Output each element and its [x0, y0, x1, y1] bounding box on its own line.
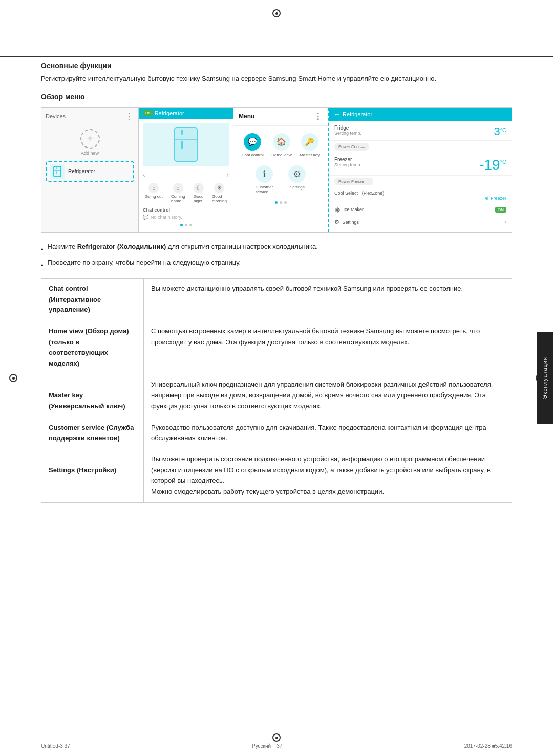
bullet-text-2: Проведите по экрану, чтобы перейти на сл…: [48, 258, 241, 268]
table-row-masterkey: Master key(Универсальный ключ) Универсал…: [41, 374, 512, 417]
panel-fridge-settings: ← Refrigerator Fridge Setting temp. 3°C …: [328, 108, 512, 232]
add-new-label: Add new: [81, 151, 99, 156]
feature-desc-chat: Вы можете дистанционно управлять своей б…: [144, 278, 512, 321]
mode-coming-home[interactable]: ⌂ Cominghome: [171, 183, 185, 203]
ice-maker-label: Ice Maker: [334, 207, 364, 213]
svg-rect-0: [54, 166, 61, 177]
menu-dot-3: [284, 201, 287, 204]
fridge-sublabel: Setting temp.: [334, 131, 361, 136]
arrow-left[interactable]: ‹: [143, 171, 145, 179]
fridge-detail-header: On Refrigerator: [139, 108, 233, 119]
table-row-homeview: Home view (Обзор дома)(только в соответс…: [41, 321, 512, 374]
coming-home-label: Cominghome: [171, 194, 185, 203]
menu-dot-2: [280, 201, 282, 204]
fridge-label: Fridge: [334, 125, 361, 131]
power-freeze-button[interactable]: Power Freeze —: [334, 178, 373, 185]
menu-customer-service[interactable]: ℹ Customerservice: [256, 165, 273, 194]
going-out-label: Going out: [145, 194, 163, 199]
bottom-divider: [0, 731, 553, 731]
svg-rect-7: [181, 141, 183, 149]
on-badge: On: [143, 110, 153, 116]
menu-top-icons: 💬 Chat control 🏠 Home view 🔑 Master key: [233, 126, 328, 161]
chat-control-label: Chat control: [139, 205, 233, 214]
master-key-label: Master key: [300, 153, 320, 157]
master-key-icon: 🔑: [301, 133, 318, 151]
coming-home-icon: ⌂: [173, 183, 183, 193]
devices-panel-header: Devices ⋮: [46, 112, 134, 121]
page-number: 37: [276, 743, 282, 749]
menu-panel-header: Menu ⋮: [233, 108, 328, 126]
fridge-temp-left: Fridge Setting temp.: [334, 125, 361, 136]
file-info: Untitled-3 37: [41, 743, 70, 749]
bullet-item-1: • Нажмите Refrigerator (Холодильник) для…: [41, 242, 512, 255]
menu-dots[interactable]: ⋮: [314, 112, 323, 121]
freezer-sublabel: Setting temp.: [334, 162, 361, 167]
settings-item-label: ⚙ Settings: [334, 219, 359, 225]
panel-fridge-detail: On Refrigerator ‹ ›: [139, 108, 233, 232]
bullet-dot-2: •: [41, 261, 44, 271]
freezer-temp-left: Freezer Setting temp.: [334, 157, 361, 167]
good-morning-icon: ☀: [214, 183, 224, 193]
add-device-button[interactable]: +: [80, 129, 100, 149]
home-view-label: Home view: [271, 153, 292, 157]
arrow-right[interactable]: ›: [226, 171, 229, 179]
fridge-temp-display: 3°C: [494, 125, 506, 138]
feature-desc-masterkey: Универсальный ключ предназначен для упра…: [144, 374, 512, 417]
menu-master-key[interactable]: 🔑 Master key: [300, 133, 320, 157]
ice-maker-status: ON: [495, 207, 506, 213]
customer-service-label: Customerservice: [256, 185, 273, 194]
page-language: Русский: [252, 743, 271, 749]
bullet-section: • Нажмите Refrigerator (Холодильник) для…: [41, 242, 512, 271]
fridge-icon: [50, 164, 65, 179]
mode-good-morning[interactable]: ☀ Goodmorning: [212, 183, 227, 203]
main-functions-heading: Основные функции: [41, 61, 512, 70]
about-chevron: ›: [505, 232, 506, 233]
feature-name-settings: Settings (Настройки): [41, 449, 144, 502]
settings-label: Settings: [290, 185, 305, 190]
chat-control-menu-label: Chat control: [242, 153, 264, 157]
chat-control-icon: 💬: [244, 133, 261, 151]
cool-select-row: Cool Select+ (FlexZone) ⊕ Freezer: [329, 187, 512, 204]
mode-going-out[interactable]: ⌂ Going out: [145, 183, 163, 203]
fridge-detail-title: Refrigerator: [155, 110, 184, 116]
fridge-image: [143, 123, 229, 166]
svg-rect-4: [175, 128, 197, 161]
feature-name-homeview: Home view (Обзор дома)(только в соответс…: [41, 321, 144, 374]
page-footer: Untitled-3 37 Русский 37 2017-02-28 ■5:4…: [41, 743, 512, 749]
fridge-panel-dots: [139, 221, 233, 229]
feature-table: Chat control(Интерактивноеуправление) Вы…: [41, 278, 512, 503]
table-row-settings: Settings (Настройки) Вы можете проверить…: [41, 449, 512, 502]
svg-rect-3: [56, 171, 57, 174]
menu-dot-1: [275, 201, 278, 204]
menu-chat-control[interactable]: 💬 Chat control: [242, 133, 264, 157]
settings-row-item[interactable]: ⚙ Settings ›: [329, 216, 512, 228]
no-chat-history: 💬 No chat history.: [139, 214, 233, 221]
refrigerator-device-item[interactable]: Refrigerator: [46, 161, 134, 182]
menu-settings[interactable]: ⚙ Settings: [288, 165, 306, 194]
devices-menu-dots[interactable]: ⋮: [125, 112, 134, 121]
feature-desc-homeview: С помощью встроенных камер в интеллектуа…: [144, 321, 512, 374]
about-device-row[interactable]: ℹ About Device ›: [329, 228, 512, 233]
table-row-chat: Chat control(Интерактивноеуправление) Вы…: [41, 278, 512, 321]
dot-2: [185, 224, 187, 226]
settings-panel-header: ← Refrigerator: [329, 108, 512, 121]
menu-home-view[interactable]: 🏠 Home view: [271, 133, 292, 157]
bullet-text-1: Нажмите Refrigerator (Холодильник) для о…: [48, 242, 318, 252]
ice-maker-row[interactable]: Ice Maker ON: [329, 204, 512, 216]
svg-rect-6: [181, 130, 183, 135]
mode-good-night[interactable]: ☾ Goodnight: [194, 183, 204, 203]
back-button[interactable]: ←: [333, 110, 341, 118]
bullet-item-2: • Проведите по экрану, чтобы перейти на …: [41, 258, 512, 271]
cool-select-label: Cool Select+ (FlexZone): [334, 191, 506, 196]
settings-panel-title: Refrigerator: [343, 111, 372, 117]
feature-desc-settings: Вы можете проверить состояние подключенн…: [144, 449, 512, 502]
good-morning-label: Goodmorning: [212, 194, 227, 203]
feature-desc-customer: Руководство пользователя доступно для ск…: [144, 417, 512, 449]
table-row-customer: Customer service (Служба поддержки клиен…: [41, 417, 512, 449]
device-name-label: Refrigerator: [68, 169, 95, 174]
about-device-label: ℹ About Device: [334, 231, 367, 233]
chat-bubble-icon: 💬: [143, 215, 148, 220]
panel-menu: Menu ⋮ 💬 Chat control 🏠 Home view 🔑 Mast…: [233, 108, 328, 232]
power-cool-button[interactable]: Power Cool —: [334, 143, 369, 151]
fridge-temp-row: Fridge Setting temp. 3°C: [329, 121, 512, 141]
